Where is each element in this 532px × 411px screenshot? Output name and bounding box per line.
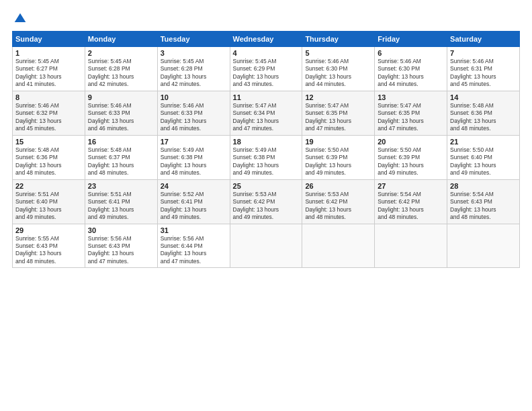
day-info: Sunrise: 5:48 AMSunset: 6:37 PMDaylight:… (88, 146, 154, 177)
day-number: 12 (305, 93, 371, 101)
day-cell: 19Sunrise: 5:50 AMSunset: 6:39 PMDayligh… (302, 135, 375, 179)
svg-marker-0 (15, 13, 26, 22)
day-cell: 5Sunrise: 5:46 AMSunset: 6:30 PMDaylight… (302, 47, 375, 91)
day-number: 2 (88, 49, 154, 57)
day-info: Sunrise: 5:56 AMSunset: 6:44 PMDaylight:… (161, 235, 227, 266)
day-cell: 12Sunrise: 5:47 AMSunset: 6:35 PMDayligh… (302, 91, 375, 135)
day-info: Sunrise: 5:46 AMSunset: 6:33 PMDaylight:… (88, 102, 154, 133)
day-number: 7 (450, 49, 517, 57)
day-info: Sunrise: 5:54 AMSunset: 6:43 PMDaylight:… (450, 191, 517, 222)
day-info: Sunrise: 5:56 AMSunset: 6:43 PMDaylight:… (88, 235, 154, 266)
day-cell: 20Sunrise: 5:50 AMSunset: 6:39 PMDayligh… (375, 135, 447, 179)
header-cell-wednesday: Wednesday (230, 32, 302, 47)
day-info: Sunrise: 5:47 AMSunset: 6:35 PMDaylight:… (305, 102, 371, 133)
day-cell: 22Sunrise: 5:51 AMSunset: 6:40 PMDayligh… (13, 179, 85, 224)
day-info: Sunrise: 5:46 AMSunset: 6:30 PMDaylight:… (378, 58, 444, 89)
day-cell: 24Sunrise: 5:52 AMSunset: 6:41 PMDayligh… (157, 179, 230, 224)
day-cell: 10Sunrise: 5:46 AMSunset: 6:33 PMDayligh… (157, 91, 230, 135)
day-info: Sunrise: 5:45 AMSunset: 6:27 PMDaylight:… (15, 58, 82, 89)
day-info: Sunrise: 5:49 AMSunset: 6:38 PMDaylight:… (233, 146, 300, 177)
day-cell: 17Sunrise: 5:49 AMSunset: 6:38 PMDayligh… (157, 135, 230, 179)
day-info: Sunrise: 5:52 AMSunset: 6:41 PMDaylight:… (161, 191, 227, 222)
day-cell: 2Sunrise: 5:45 AMSunset: 6:28 PMDaylight… (85, 47, 157, 91)
day-number: 3 (161, 49, 227, 57)
day-info: Sunrise: 5:53 AMSunset: 6:42 PMDaylight:… (305, 191, 371, 222)
week-row-5: 29Sunrise: 5:55 AMSunset: 6:43 PMDayligh… (13, 224, 520, 268)
day-number: 9 (88, 93, 154, 101)
day-number: 24 (161, 182, 227, 190)
day-info: Sunrise: 5:47 AMSunset: 6:35 PMDaylight:… (378, 102, 444, 133)
day-number: 8 (15, 93, 82, 101)
day-cell: 1Sunrise: 5:45 AMSunset: 6:27 PMDaylight… (13, 47, 85, 91)
day-cell: 14Sunrise: 5:48 AMSunset: 6:36 PMDayligh… (447, 91, 520, 135)
day-cell: 6Sunrise: 5:46 AMSunset: 6:30 PMDaylight… (375, 47, 447, 91)
day-cell: 3Sunrise: 5:45 AMSunset: 6:28 PMDaylight… (157, 47, 230, 91)
logo (12, 12, 27, 26)
calendar-body: 1Sunrise: 5:45 AMSunset: 6:27 PMDaylight… (13, 47, 520, 268)
day-cell: 18Sunrise: 5:49 AMSunset: 6:38 PMDayligh… (230, 135, 302, 179)
day-cell: 4Sunrise: 5:45 AMSunset: 6:29 PMDaylight… (230, 47, 302, 91)
day-number: 15 (15, 138, 82, 146)
day-info: Sunrise: 5:46 AMSunset: 6:32 PMDaylight:… (15, 102, 82, 133)
day-number: 4 (233, 49, 300, 57)
day-info: Sunrise: 5:55 AMSunset: 6:43 PMDaylight:… (15, 235, 82, 266)
day-info: Sunrise: 5:48 AMSunset: 6:36 PMDaylight:… (450, 102, 517, 133)
day-number: 16 (88, 138, 154, 146)
day-number: 31 (161, 226, 227, 234)
day-cell: 9Sunrise: 5:46 AMSunset: 6:33 PMDaylight… (85, 91, 157, 135)
header (12, 12, 520, 26)
day-cell: 23Sunrise: 5:51 AMSunset: 6:41 PMDayligh… (85, 179, 157, 224)
day-cell: 8Sunrise: 5:46 AMSunset: 6:32 PMDaylight… (13, 91, 85, 135)
header-cell-sunday: Sunday (13, 32, 85, 47)
day-number: 23 (88, 182, 154, 190)
day-cell (375, 224, 447, 268)
day-cell: 25Sunrise: 5:53 AMSunset: 6:42 PMDayligh… (230, 179, 302, 224)
day-info: Sunrise: 5:47 AMSunset: 6:34 PMDaylight:… (233, 102, 300, 133)
week-row-2: 8Sunrise: 5:46 AMSunset: 6:32 PMDaylight… (13, 91, 520, 135)
calendar-table: SundayMondayTuesdayWednesdayThursdayFrid… (12, 31, 520, 268)
day-cell: 26Sunrise: 5:53 AMSunset: 6:42 PMDayligh… (302, 179, 375, 224)
day-cell: 30Sunrise: 5:56 AMSunset: 6:43 PMDayligh… (85, 224, 157, 268)
day-number: 13 (378, 93, 444, 101)
day-number: 19 (305, 138, 371, 146)
day-info: Sunrise: 5:46 AMSunset: 6:33 PMDaylight:… (161, 102, 227, 133)
week-row-1: 1Sunrise: 5:45 AMSunset: 6:27 PMDaylight… (13, 47, 520, 91)
day-info: Sunrise: 5:50 AMSunset: 6:39 PMDaylight:… (305, 146, 371, 177)
day-number: 22 (15, 182, 82, 190)
header-cell-saturday: Saturday (447, 32, 520, 47)
day-cell: 13Sunrise: 5:47 AMSunset: 6:35 PMDayligh… (375, 91, 447, 135)
day-info: Sunrise: 5:51 AMSunset: 6:40 PMDaylight:… (15, 191, 82, 222)
day-info: Sunrise: 5:50 AMSunset: 6:40 PMDaylight:… (450, 146, 517, 177)
day-info: Sunrise: 5:45 AMSunset: 6:29 PMDaylight:… (233, 58, 300, 89)
day-number: 1 (15, 49, 82, 57)
day-info: Sunrise: 5:49 AMSunset: 6:38 PMDaylight:… (161, 146, 227, 177)
day-number: 21 (450, 138, 517, 146)
day-number: 20 (378, 138, 444, 146)
day-cell: 15Sunrise: 5:48 AMSunset: 6:36 PMDayligh… (13, 135, 85, 179)
day-cell (230, 224, 302, 268)
day-info: Sunrise: 5:45 AMSunset: 6:28 PMDaylight:… (88, 58, 154, 89)
day-info: Sunrise: 5:48 AMSunset: 6:36 PMDaylight:… (15, 146, 82, 177)
day-number: 26 (305, 182, 371, 190)
day-cell: 29Sunrise: 5:55 AMSunset: 6:43 PMDayligh… (13, 224, 85, 268)
day-cell: 16Sunrise: 5:48 AMSunset: 6:37 PMDayligh… (85, 135, 157, 179)
day-info: Sunrise: 5:45 AMSunset: 6:28 PMDaylight:… (161, 58, 227, 89)
page: SundayMondayTuesdayWednesdayThursdayFrid… (0, 0, 532, 411)
day-number: 11 (233, 93, 300, 101)
week-row-4: 22Sunrise: 5:51 AMSunset: 6:40 PMDayligh… (13, 179, 520, 224)
calendar-header: SundayMondayTuesdayWednesdayThursdayFrid… (13, 32, 520, 47)
day-info: Sunrise: 5:46 AMSunset: 6:31 PMDaylight:… (450, 58, 517, 89)
day-number: 25 (233, 182, 300, 190)
day-number: 14 (450, 93, 517, 101)
day-cell (302, 224, 375, 268)
day-number: 29 (15, 226, 82, 234)
logo-icon (13, 12, 27, 26)
day-number: 27 (378, 182, 444, 190)
header-cell-friday: Friday (375, 32, 447, 47)
day-cell: 11Sunrise: 5:47 AMSunset: 6:34 PMDayligh… (230, 91, 302, 135)
header-cell-monday: Monday (85, 32, 157, 47)
day-number: 17 (161, 138, 227, 146)
day-info: Sunrise: 5:53 AMSunset: 6:42 PMDaylight:… (233, 191, 300, 222)
day-cell: 7Sunrise: 5:46 AMSunset: 6:31 PMDaylight… (447, 47, 520, 91)
day-number: 30 (88, 226, 154, 234)
